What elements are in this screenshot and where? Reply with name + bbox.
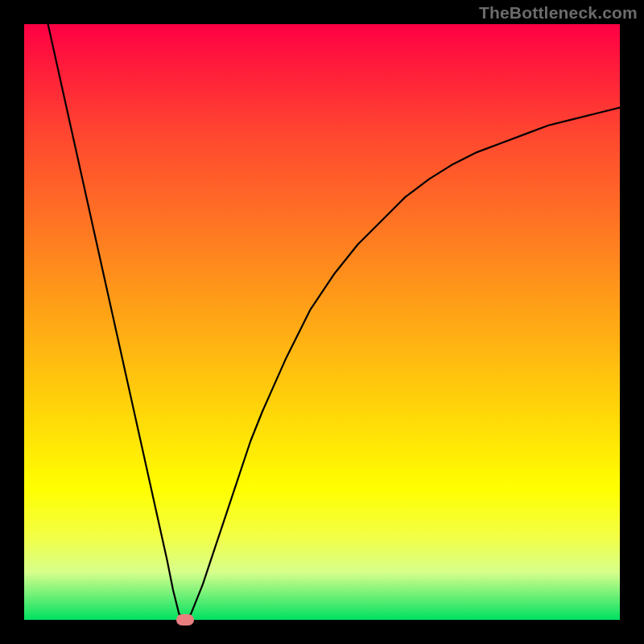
plot-area — [24, 24, 620, 620]
chart-frame: TheBottleneck.com — [0, 0, 644, 644]
bottleneck-curve — [24, 24, 620, 620]
optimum-marker — [176, 614, 194, 625]
attribution-text: TheBottleneck.com — [479, 3, 638, 23]
